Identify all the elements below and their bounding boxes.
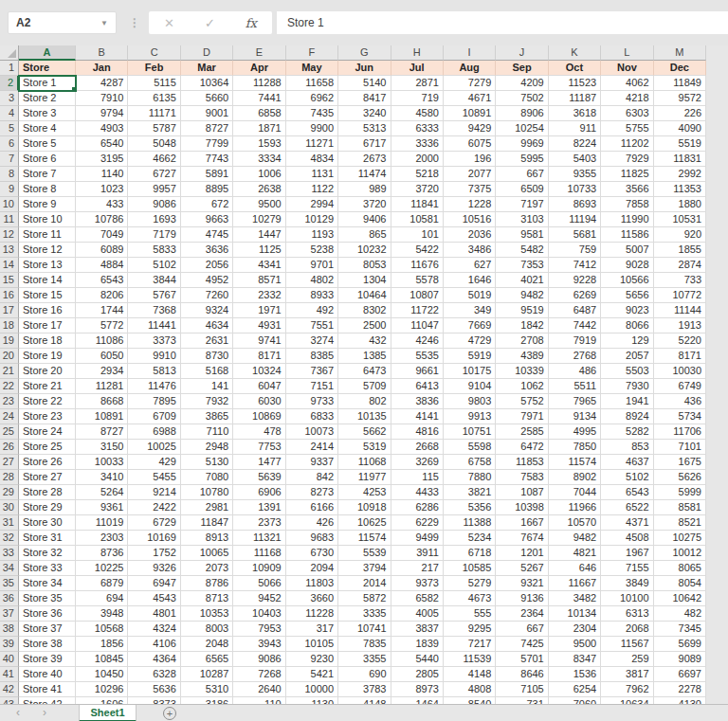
cell-G14[interactable]: 8053 <box>338 258 391 273</box>
cell-K24[interactable]: 9134 <box>549 409 601 424</box>
cell-A22[interactable]: Store 21 <box>19 379 76 394</box>
cell-F38[interactable]: 317 <box>286 622 338 637</box>
cell-J35[interactable]: 9321 <box>496 576 548 591</box>
cell-F23[interactable]: 9733 <box>286 394 338 409</box>
cell-A12[interactable]: Store 11 <box>19 227 76 243</box>
cell-I23[interactable]: 9803 <box>444 394 496 409</box>
cell-C24[interactable]: 6709 <box>128 409 180 424</box>
cell-M29[interactable]: 5999 <box>654 485 706 500</box>
cell-M35[interactable]: 8054 <box>654 576 706 591</box>
cell-G25[interactable]: 5662 <box>338 424 391 440</box>
column-header-K[interactable]: K <box>549 45 601 61</box>
cell-G19[interactable]: 432 <box>338 333 391 349</box>
cell-H10[interactable]: 11841 <box>391 197 444 212</box>
cell-H18[interactable]: 11047 <box>391 318 444 333</box>
cell-D24[interactable]: 3865 <box>181 409 233 424</box>
cell-D33[interactable]: 10065 <box>181 546 233 561</box>
cell-D9[interactable]: 8895 <box>181 182 233 197</box>
cell-J27[interactable]: 11853 <box>496 455 548 470</box>
cell-B38[interactable]: 10568 <box>76 622 128 637</box>
cell-D2[interactable]: 10364 <box>181 76 233 91</box>
cell-K18[interactable]: 7442 <box>549 318 601 333</box>
cell-H16[interactable]: 10807 <box>391 288 444 303</box>
cell-M26[interactable]: 7101 <box>654 440 706 455</box>
cell-E27[interactable]: 1477 <box>233 455 285 470</box>
cell-D27[interactable]: 5130 <box>181 455 233 470</box>
cell-D13[interactable]: 3636 <box>181 243 233 258</box>
cell-B29[interactable]: 5264 <box>76 485 128 500</box>
cell-L34[interactable]: 7155 <box>601 561 653 576</box>
cell-M11[interactable]: 10531 <box>654 212 706 227</box>
cell-L6[interactable]: 11202 <box>601 136 653 152</box>
cell-A11[interactable]: Store 10 <box>19 212 76 227</box>
cell-A41[interactable]: Store 40 <box>19 667 76 682</box>
cell-J19[interactable]: 2708 <box>496 333 548 349</box>
row-header-3[interactable]: 3 <box>0 91 19 106</box>
row-header-6[interactable]: 6 <box>0 136 19 152</box>
cell-D32[interactable]: 8913 <box>181 531 233 546</box>
column-header-G[interactable]: G <box>338 45 391 61</box>
cell-E25[interactable]: 478 <box>233 424 285 440</box>
cell-K10[interactable]: 8693 <box>549 197 601 212</box>
cell-J15[interactable]: 4021 <box>496 273 548 288</box>
cell-C40[interactable]: 4364 <box>128 652 180 667</box>
cell-J7[interactable]: 5995 <box>496 152 548 167</box>
cell-I7[interactable]: 196 <box>444 152 496 167</box>
cell-D39[interactable]: 2048 <box>181 637 233 652</box>
cell-G27[interactable]: 11068 <box>338 455 391 470</box>
cell-M40[interactable]: 9089 <box>654 652 706 667</box>
cell-L32[interactable]: 4508 <box>601 531 653 546</box>
cell-A40[interactable]: Store 39 <box>19 652 76 667</box>
cell-G13[interactable]: 10232 <box>338 243 391 258</box>
cell-L37[interactable]: 6313 <box>601 606 653 622</box>
cell-L33[interactable]: 1967 <box>601 546 653 561</box>
cell-B40[interactable]: 10845 <box>76 652 128 667</box>
cell-E15[interactable]: 8571 <box>233 273 285 288</box>
cell-A5[interactable]: Store 4 <box>19 121 76 136</box>
row-header-11[interactable]: 11 <box>0 212 19 227</box>
cell-I15[interactable]: 1646 <box>444 273 496 288</box>
cell-D37[interactable]: 10353 <box>181 606 233 622</box>
cell-D30[interactable]: 2981 <box>181 500 233 515</box>
cell-K36[interactable]: 3482 <box>549 591 601 606</box>
cell-H4[interactable]: 4580 <box>391 106 444 121</box>
cell-D35[interactable]: 8786 <box>181 576 233 591</box>
row-header-38[interactable]: 38 <box>0 622 19 637</box>
cell-I32[interactable]: 5234 <box>444 531 496 546</box>
row-header-23[interactable]: 23 <box>0 394 19 409</box>
cell-M37[interactable]: 482 <box>654 606 706 622</box>
cell-L20[interactable]: 2057 <box>601 349 653 364</box>
cell-J18[interactable]: 1842 <box>496 318 548 333</box>
cell-D17[interactable]: 9324 <box>181 303 233 318</box>
cell-M15[interactable]: 733 <box>654 273 706 288</box>
cell-A6[interactable]: Store 5 <box>19 136 76 152</box>
header-cell-Jul[interactable]: Jul <box>391 61 444 76</box>
cell-M23[interactable]: 436 <box>654 394 706 409</box>
cell-L26[interactable]: 853 <box>601 440 653 455</box>
cell-C16[interactable]: 5767 <box>128 288 180 303</box>
cell-M4[interactable]: 226 <box>654 106 706 121</box>
cell-H11[interactable]: 10581 <box>391 212 444 227</box>
cell-L23[interactable]: 1941 <box>601 394 653 409</box>
cell-J16[interactable]: 9482 <box>496 288 548 303</box>
cell-E38[interactable]: 7953 <box>233 622 285 637</box>
cell-G8[interactable]: 11474 <box>338 167 391 182</box>
cell-C23[interactable]: 7895 <box>128 394 180 409</box>
select-all-corner[interactable] <box>0 45 19 61</box>
cell-M17[interactable]: 11144 <box>654 303 706 318</box>
row-header-31[interactable]: 31 <box>0 515 19 531</box>
cell-A24[interactable]: Store 23 <box>19 409 76 424</box>
cell-J31[interactable]: 1667 <box>496 515 548 531</box>
cell-J39[interactable]: 7425 <box>496 637 548 652</box>
cell-D16[interactable]: 7260 <box>181 288 233 303</box>
cell-H2[interactable]: 2871 <box>391 76 444 91</box>
cell-L41[interactable]: 3817 <box>601 667 653 682</box>
cell-F28[interactable]: 842 <box>286 470 338 485</box>
cell-H27[interactable]: 3269 <box>391 455 444 470</box>
cell-J25[interactable]: 2585 <box>496 424 548 440</box>
column-header-H[interactable]: H <box>391 45 444 61</box>
cell-C4[interactable]: 11171 <box>128 106 180 121</box>
row-header-2[interactable]: 2 <box>0 76 19 91</box>
header-cell-May[interactable]: May <box>286 61 338 76</box>
cell-L11[interactable]: 11990 <box>601 212 653 227</box>
